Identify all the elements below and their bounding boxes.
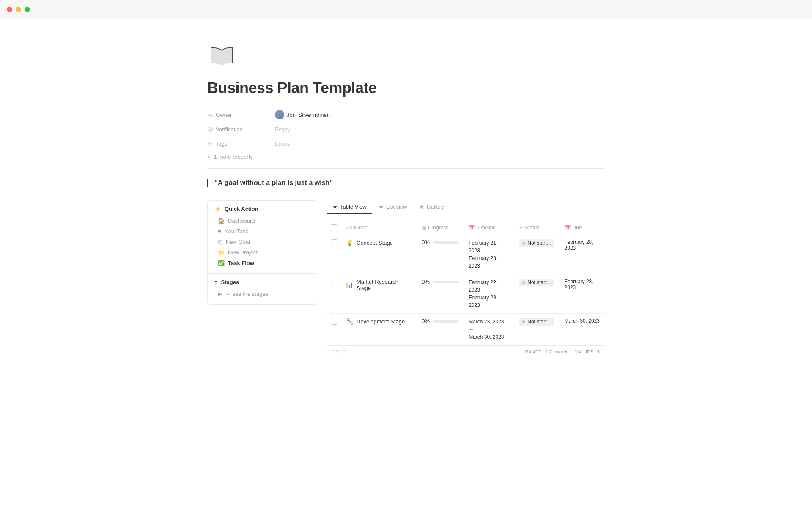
timeline-line2: February 28, 2023	[469, 254, 509, 270]
sidebar-item-new-goal[interactable]: ◎ New Goal	[214, 237, 310, 247]
verification-value[interactable]: Empty	[275, 126, 291, 133]
row-due: March 30, 2023	[565, 318, 600, 324]
row-checkbox[interactable]	[331, 239, 337, 246]
traffic-light-green[interactable]	[25, 7, 30, 12]
row-due-cell: February 28,2023	[560, 274, 605, 314]
quick-action-section: ⚡ Quick Action 🏠 Dashboard ≡ New Task ◎ …	[208, 201, 317, 273]
sidebar-item-new-task[interactable]: ≡ New Task	[214, 226, 310, 237]
row-status-cell: Not start...	[514, 314, 559, 345]
th-checkbox	[327, 221, 341, 235]
row-checkbox-cell	[327, 314, 341, 345]
quote-block: “A goal without a plan is just a wish”	[207, 179, 605, 187]
tab-gallery[interactable]: ★ Gallery	[414, 200, 449, 214]
database-area: ★ Table View ★ List view ★ Gallery	[327, 200, 605, 358]
row-progress: 0%	[422, 239, 458, 246]
status-badge[interactable]: Not start...	[519, 318, 554, 326]
row-name[interactable]: 🔧 Development Stage	[346, 318, 411, 325]
database-tabs: ★ Table View ★ List view ★ Gallery	[327, 200, 605, 214]
sidebar-item-new-project[interactable]: 📁 New Project	[214, 247, 310, 258]
status-badge[interactable]: Not start...	[519, 279, 554, 286]
progress-text: 0%	[422, 318, 430, 324]
table-row: 📊 Market Research Stage 0% February 22, …	[327, 274, 605, 314]
sidebar-card: ⚡ Quick Action 🏠 Dashboard ≡ New Task ◎ …	[207, 200, 317, 305]
tags-label: Tags	[207, 141, 275, 147]
traffic-light-red[interactable]	[7, 7, 12, 12]
row-due: February 28,2023	[565, 279, 600, 290]
stages-section: ≡ Stages ▶ ← see the stages	[208, 273, 317, 304]
footer-ed-label: ED 0	[332, 349, 346, 354]
goal-icon: ◎	[218, 239, 222, 245]
row-progress: 0%	[422, 318, 458, 324]
row-timeline-cell: March 23, 2023 → March 30, 2023	[464, 314, 514, 345]
database-table: Aa Name ▦ Progress 📅	[327, 221, 605, 345]
progress-text: 0%	[422, 239, 430, 246]
svg-point-0	[209, 113, 211, 115]
quick-action-title: ⚡ Quick Action	[214, 206, 310, 212]
home-icon: 🏠	[218, 218, 225, 224]
row-timeline: March 23, 2023 → March 30, 2023	[469, 318, 509, 341]
two-col-layout: ⚡ Quick Action 🏠 Dashboard ≡ New Task ◎ …	[207, 200, 605, 358]
row-checkbox-cell	[327, 274, 341, 314]
footer-range: RANGE 1.7 months	[525, 349, 568, 354]
timeline-col-icon: 📅	[469, 225, 475, 231]
progress-bar	[433, 281, 458, 283]
traffic-light-yellow[interactable]	[16, 7, 21, 12]
divider	[207, 168, 605, 169]
row-icon: 📊	[346, 282, 353, 288]
row-checkbox[interactable]	[331, 279, 337, 285]
page-title: Business Plan Template	[207, 79, 605, 97]
row-checkbox[interactable]	[331, 318, 337, 325]
row-icon: 💡	[346, 239, 353, 246]
row-name-text: Development Stage	[357, 318, 405, 325]
svg-rect-3	[208, 142, 213, 142]
row-progress-cell: 0%	[417, 274, 464, 314]
th-timeline: 📅 Timeline	[464, 221, 514, 235]
svg-point-1	[211, 115, 213, 117]
name-col-icon: Aa	[346, 225, 352, 231]
properties: Owner Joni Silvennoinen Verification Emp…	[207, 109, 605, 160]
status-dot	[522, 320, 525, 323]
row-name-cell: 📊 Market Research Stage	[341, 274, 417, 314]
more-properties[interactable]: 1 more property	[207, 154, 605, 160]
property-verification: Verification Empty	[207, 123, 605, 135]
row-name-text: Market Research Stage	[357, 279, 411, 291]
progress-text: 0%	[422, 279, 430, 285]
status-col-icon: ✦	[519, 225, 523, 231]
owner-label: Owner	[207, 112, 275, 118]
taskflow-icon: ✅	[218, 260, 225, 266]
row-due-cell: February 28,2023	[560, 235, 605, 274]
row-progress: 0%	[422, 279, 458, 285]
star-icon-list: ★	[379, 204, 384, 210]
th-progress: ▦ Progress	[417, 221, 464, 235]
stages-icon: ≡	[214, 279, 218, 285]
sidebar-item-dashboard[interactable]: 🏠 Dashboard	[214, 215, 310, 226]
row-checkbox-cell	[327, 235, 341, 274]
sidebar-item-task-flow[interactable]: ✅ Task Flow	[214, 258, 310, 268]
arrow-icon: ▶	[218, 291, 222, 297]
row-name[interactable]: 📊 Market Research Stage	[346, 279, 411, 291]
tags-value[interactable]: Empty	[275, 141, 291, 147]
progress-bar	[433, 241, 458, 244]
status-dot	[522, 242, 525, 245]
footer-left: ED 0	[332, 349, 346, 354]
timeline-line1: February 22, 2023	[469, 279, 509, 294]
timeline-line1: March 23, 2023 →	[469, 318, 509, 333]
row-timeline-cell: February 21, 2023 February 28, 2023	[464, 235, 514, 274]
tab-table-view[interactable]: ★ Table View	[327, 200, 372, 214]
row-name[interactable]: 💡 Concept Stage	[346, 239, 411, 246]
th-name: Aa Name	[341, 221, 417, 235]
star-icon-table: ★	[332, 204, 337, 210]
tab-list-view[interactable]: ★ List view	[373, 200, 412, 214]
progress-col-icon: ▦	[422, 225, 426, 231]
owner-value[interactable]: Joni Silvennoinen	[275, 110, 330, 119]
footer-right: RANGE 1.7 months VALUES 6	[525, 349, 600, 354]
svg-rect-4	[208, 143, 212, 144]
status-badge[interactable]: Not start...	[519, 239, 554, 247]
stages-see-stages[interactable]: ▶ ← see the stages	[214, 289, 310, 299]
row-status-cell: Not start...	[514, 274, 559, 314]
progress-bar	[433, 320, 458, 323]
row-due-cell: March 30, 2023	[560, 314, 605, 345]
status-dot	[522, 281, 525, 284]
row-icon: 🔧	[346, 318, 353, 325]
th-status: ✦ Status	[514, 221, 559, 235]
